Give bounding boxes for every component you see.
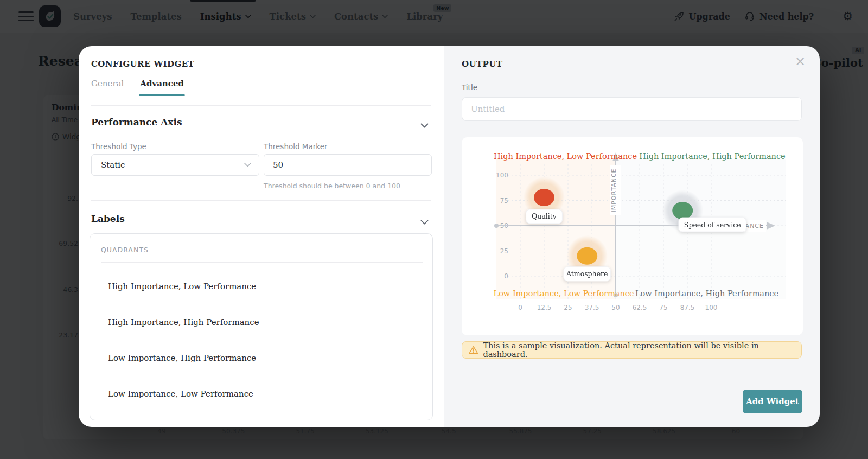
title-field-label: Title <box>462 83 477 92</box>
quadrants-divider <box>101 262 423 263</box>
svg-text:87.5: 87.5 <box>680 304 695 311</box>
tab-advanced[interactable]: Advanced <box>140 79 184 96</box>
svg-text:Atmosphere: Atmosphere <box>566 270 608 278</box>
threshold-type-label: Threshold Type <box>91 142 146 151</box>
svg-text:High Importance, Low Performan: High Importance, Low Performance <box>494 152 637 161</box>
section-divider <box>91 200 431 201</box>
svg-text:0: 0 <box>504 272 508 280</box>
quadrant-chart: 1007550250012.52537.55062.57587.5100 IMP… <box>462 137 803 335</box>
svg-text:0: 0 <box>518 304 522 311</box>
quadrant-label-item[interactable]: High Importance, Low Performance <box>108 282 256 291</box>
configure-panel: CONFIGURE WIDGET GeneralAdvanced Perform… <box>79 46 444 427</box>
quadrant-label-item[interactable]: Low Importance, Low Performance <box>108 389 253 399</box>
chevron-down-icon <box>244 163 251 167</box>
performance-axis-heading: Performance Axis <box>91 117 182 127</box>
chart-x-tick-labels: 012.52537.55062.57587.5100 <box>518 304 717 311</box>
labels-heading: Labels <box>91 213 125 224</box>
point-label-speed-of-service: Speed of service <box>679 218 746 232</box>
tabs-divider <box>79 97 444 97</box>
sample-visualization-banner: This is a sample visualization. Actual r… <box>462 341 802 359</box>
threshold-helper-text: Threshold should be between 0 and 100 <box>264 182 400 190</box>
point-label-atmosphere: Atmosphere <box>564 267 610 281</box>
add-widget-button[interactable]: Add Widget <box>743 390 802 413</box>
threshold-type-value: Static <box>101 160 125 170</box>
svg-text:25: 25 <box>500 247 508 255</box>
svg-text:Quality: Quality <box>532 212 557 220</box>
banner-text: This is a sample visualization. Actual r… <box>483 341 795 359</box>
point-label-quality: Quality <box>526 209 563 224</box>
threshold-marker-label: Threshold Marker <box>264 142 328 151</box>
quadrants-box: QUADRANTS High Importance, Low Performan… <box>90 233 433 420</box>
output-title: OUTPUT <box>462 59 502 69</box>
close-icon[interactable]: × <box>795 55 806 68</box>
svg-text:100: 100 <box>496 171 508 179</box>
svg-text:50: 50 <box>611 304 620 311</box>
configure-widget-title: CONFIGURE WIDGET <box>91 59 194 69</box>
widget-title-input[interactable] <box>462 97 802 121</box>
quadrant-label-item[interactable]: High Importance, High Performance <box>108 317 259 327</box>
svg-text:25: 25 <box>564 304 572 311</box>
labels-collapse-chevron[interactable] <box>420 216 429 227</box>
threshold-type-select[interactable]: Static <box>91 154 259 176</box>
svg-text:12.5: 12.5 <box>537 304 552 311</box>
svg-text:62.5: 62.5 <box>633 304 647 311</box>
svg-text:IMPORTANCE: IMPORTANCE <box>610 168 617 212</box>
svg-text:High Importance, High Performa: High Importance, High Performance <box>639 152 785 161</box>
tab-general[interactable]: General <box>91 79 124 96</box>
performance-axis-collapse-chevron[interactable] <box>420 120 429 130</box>
svg-text:Low Importance, Low Performanc: Low Importance, Low Performance <box>494 289 634 298</box>
svg-text:75: 75 <box>659 304 667 311</box>
svg-text:Low Importance, High Performan: Low Importance, High Performance <box>635 289 778 298</box>
svg-text:Speed of service: Speed of service <box>684 221 741 229</box>
warning-icon <box>469 346 478 354</box>
svg-text:75: 75 <box>500 197 508 205</box>
svg-text:100: 100 <box>705 304 718 311</box>
screen: SurveysTemplatesInsightsTicketsContactsL… <box>0 0 868 459</box>
configure-widget-modal: CONFIGURE WIDGET GeneralAdvanced Perform… <box>79 46 820 427</box>
section-divider <box>91 105 431 106</box>
threshold-marker-input[interactable] <box>264 154 432 176</box>
output-panel: OUTPUT × Title 1007550250012.52537.55062… <box>444 46 820 427</box>
svg-text:37.5: 37.5 <box>585 304 599 311</box>
quadrant-label-item[interactable]: Low Importance, High Performance <box>108 353 256 363</box>
quadrants-group-title: QUADRANTS <box>101 246 149 254</box>
configure-tabs: GeneralAdvanced <box>91 79 184 96</box>
